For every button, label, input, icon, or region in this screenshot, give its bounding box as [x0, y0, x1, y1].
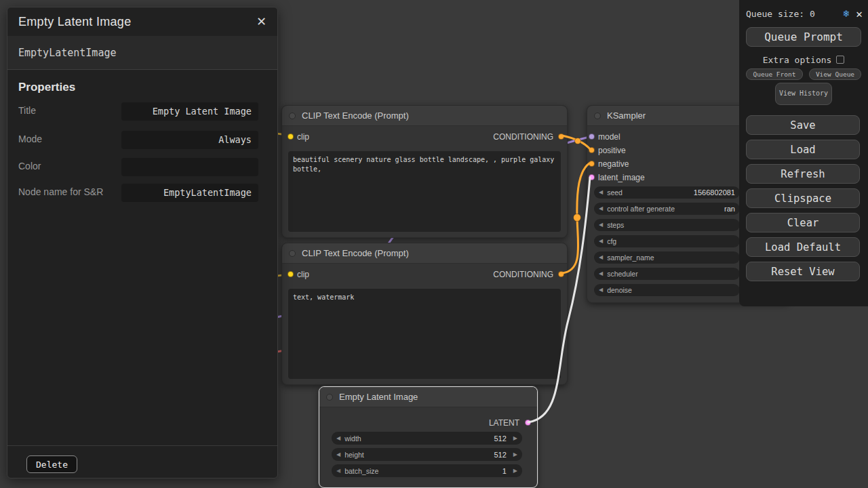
- seed-widget[interactable]: ◀ seed 1566802081: [594, 186, 740, 199]
- title-input[interactable]: Empty Latent Image: [121, 102, 258, 121]
- color-input[interactable]: [121, 158, 258, 176]
- queue-prompt-button[interactable]: Queue Prompt: [746, 27, 861, 47]
- extra-options-row: Extra options: [746, 54, 861, 66]
- close-icon[interactable]: ✕: [856, 7, 863, 20]
- node-title: KSampler: [607, 110, 646, 121]
- batch-size-widget[interactable]: ◀ batch_size 1 ▶: [332, 464, 522, 477]
- extra-options-checkbox[interactable]: [836, 56, 844, 64]
- refresh-button[interactable]: Refresh: [746, 164, 860, 184]
- queue-front-button[interactable]: Queue Front: [746, 68, 803, 80]
- steps-widget[interactable]: ◀ steps: [594, 219, 740, 231]
- collapse-dot-icon[interactable]: [326, 394, 333, 401]
- divider: [7, 445, 277, 446]
- arrow-right-icon[interactable]: ▶: [513, 436, 517, 441]
- clip-input-label: clip: [297, 270, 309, 279]
- node-header[interactable]: Empty Latent Image: [319, 387, 537, 407]
- cfg-widget[interactable]: ◀ cfg: [594, 235, 740, 247]
- sampler-name-widget[interactable]: ◀ sampler_name: [594, 251, 740, 264]
- arrow-left-icon[interactable]: ◀: [599, 255, 603, 260]
- comfy-menu: Queue size: 0 ❄ ✕ Queue Prompt Extra opt…: [739, 0, 868, 306]
- view-queue-button[interactable]: View Queue: [809, 68, 861, 80]
- graph-canvas[interactable]: CLIP Text Encode (Prompt) clip CONDITION…: [0, 0, 868, 488]
- conditioning-output-slot[interactable]: [558, 271, 564, 277]
- load-button[interactable]: Load: [746, 140, 860, 159]
- arrow-left-icon[interactable]: ◀: [336, 436, 340, 441]
- node-title: CLIP Text Encode (Prompt): [302, 248, 409, 258]
- clip-input-label: clip: [297, 132, 309, 142]
- queue-size-label: Queue size: 0: [746, 9, 815, 19]
- queue-bar: Queue size: 0 ❄ ✕: [746, 5, 863, 22]
- denoise-widget[interactable]: ◀ denoise: [594, 284, 740, 296]
- collapse-dot-icon[interactable]: [289, 250, 296, 257]
- collapse-dot-icon[interactable]: [594, 113, 601, 119]
- height-widget[interactable]: ◀ height 512 ▶: [332, 448, 522, 461]
- reset-view-button[interactable]: Reset View: [746, 262, 860, 281]
- conditioning-output-label: CONDITIONING: [493, 132, 553, 142]
- conditioning-output-label: CONDITIONING: [493, 270, 553, 279]
- node-empty-latent-image[interactable]: Empty Latent Image LATENT ◀ width 512 ▶ …: [319, 386, 538, 488]
- close-icon[interactable]: ✕: [256, 14, 267, 29]
- latent-image-input-label: latent_image: [598, 173, 645, 182]
- arrow-right-icon[interactable]: ▶: [513, 468, 517, 474]
- view-history-button[interactable]: View History: [775, 83, 832, 105]
- latent-image-input-slot[interactable]: [589, 174, 595, 180]
- properties-panel: Empty Latent Image ✕ EmptyLatentImage Pr…: [7, 7, 278, 479]
- width-widget[interactable]: ◀ width 512 ▶: [332, 432, 522, 445]
- model-input-label: model: [598, 132, 620, 142]
- node-name-sr-input[interactable]: EmptyLatentImage: [121, 184, 258, 202]
- field-color: Color: [18, 157, 258, 176]
- node-clip-text-encode-negative[interactable]: CLIP Text Encode (Prompt) clip CONDITION…: [281, 243, 568, 385]
- clip-input-slot[interactable]: [288, 134, 294, 140]
- arrow-left-icon[interactable]: ◀: [599, 287, 603, 293]
- latent-output-slot[interactable]: [525, 420, 531, 426]
- control-after-generate-widget[interactable]: ◀ control after generate ran: [594, 203, 740, 215]
- negative-input-label: negative: [598, 159, 629, 169]
- settings-snowflake-icon[interactable]: ❄: [843, 7, 849, 20]
- arrow-left-icon[interactable]: ◀: [336, 468, 340, 474]
- arrow-left-icon[interactable]: ◀: [599, 190, 603, 195]
- clip-input-slot[interactable]: [288, 271, 294, 277]
- node-type-row: EmptyLatentImage: [7, 36, 277, 70]
- arrow-left-icon[interactable]: ◀: [599, 271, 603, 277]
- save-button[interactable]: Save: [746, 115, 860, 135]
- node-clip-text-encode-positive[interactable]: CLIP Text Encode (Prompt) clip CONDITION…: [281, 105, 568, 238]
- wire-midpoint-dot: [575, 138, 581, 144]
- node-title: CLIP Text Encode (Prompt): [302, 110, 409, 121]
- collapse-dot-icon[interactable]: [289, 113, 296, 119]
- panel-title: Empty Latent Image: [18, 15, 132, 29]
- delete-button[interactable]: Delete: [26, 455, 77, 473]
- model-input-slot[interactable]: [589, 134, 595, 140]
- clipspace-button[interactable]: Clipspace: [746, 188, 860, 208]
- prompt-text-widget[interactable]: beautiful scenery nature glass bottle la…: [288, 151, 561, 232]
- node-type-label: EmptyLatentImage: [18, 47, 117, 59]
- properties-heading: Properties: [18, 81, 75, 94]
- arrow-left-icon[interactable]: ◀: [599, 239, 603, 244]
- node-header[interactable]: CLIP Text Encode (Prompt): [282, 243, 567, 264]
- arrow-left-icon[interactable]: ◀: [336, 452, 340, 458]
- arrow-left-icon[interactable]: ◀: [599, 222, 603, 228]
- field-node-name-sr: Node name for S&R EmptyLatentImage: [18, 183, 258, 202]
- positive-input-slot[interactable]: [589, 147, 595, 153]
- negative-input-slot[interactable]: [589, 161, 595, 167]
- positive-input-label: positive: [598, 146, 626, 155]
- arrow-right-icon[interactable]: ▶: [513, 452, 517, 458]
- scheduler-widget[interactable]: ◀ scheduler: [594, 268, 740, 280]
- mode-input[interactable]: Always: [121, 131, 258, 149]
- prompt-text-widget[interactable]: text, watermark: [288, 289, 561, 379]
- node-title: Empty Latent Image: [339, 392, 418, 402]
- wire-midpoint-dot: [574, 214, 581, 222]
- clear-button[interactable]: Clear: [746, 213, 860, 232]
- field-mode: Mode Always: [18, 130, 258, 149]
- node-header[interactable]: CLIP Text Encode (Prompt): [282, 106, 567, 126]
- conditioning-output-slot[interactable]: [558, 134, 564, 140]
- arrow-left-icon[interactable]: ◀: [599, 206, 603, 211]
- extra-options-label: Extra options: [763, 55, 832, 65]
- properties-titlebar: Empty Latent Image ✕: [7, 7, 277, 36]
- latent-output-label: LATENT: [489, 418, 519, 428]
- load-default-button[interactable]: Load Default: [746, 237, 860, 257]
- field-title: Title Empty Latent Image: [18, 102, 258, 121]
